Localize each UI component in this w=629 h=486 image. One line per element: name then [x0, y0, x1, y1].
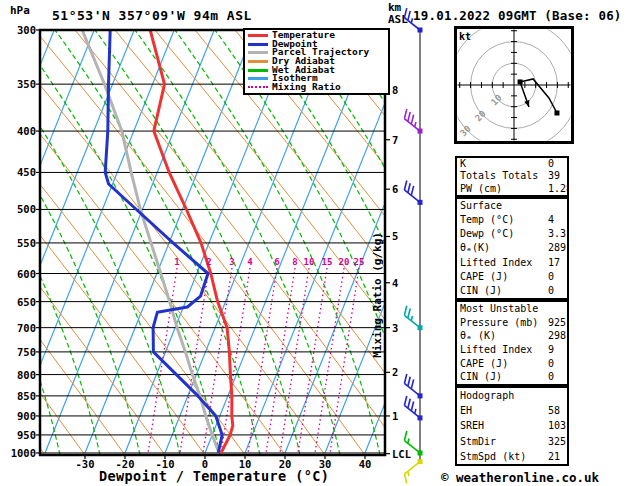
indices-row-label: θₑ(K) [460, 241, 548, 255]
pressure-tick-label: 400 [5, 125, 36, 137]
indices-row: SREH103 [457, 418, 567, 433]
pressure-axis-unit: hPa [10, 4, 30, 17]
legend-item: Temperature [248, 31, 388, 40]
mixing-ratio-value-label: 25 [351, 257, 367, 267]
indices-row-label: Dewp (°C) [460, 227, 548, 241]
altitude-axis-unit: km ASL [388, 2, 408, 26]
temperature-axis-label: Dewpoint / Temperature (°C) [99, 468, 329, 484]
indices-row-label: EH [460, 403, 548, 418]
temperature-tick-label: 10 [227, 458, 263, 470]
indices-row-label: Temp (°C) [460, 213, 548, 227]
indices-row: CAPE (J)0 [457, 357, 567, 371]
pressure-tick-label: 900 [5, 410, 36, 422]
indices-row: Dewp (°C)3.3 [457, 227, 567, 241]
indices-row-value: 1.28 [548, 183, 569, 195]
indices-row: Temp (°C)4 [457, 213, 567, 227]
indices-row-value: 3.3 [548, 227, 566, 241]
pressure-tick-label: 650 [5, 296, 36, 308]
mixing-ratio-axis-label: Mixing Ratio (g/kg) [371, 232, 384, 358]
wind-barb-column [404, 8, 422, 483]
indices-row-label: Pressure (mb) [460, 316, 548, 330]
indices-row-label: CIN (J) [460, 284, 548, 298]
indices-row-value: 17 [548, 256, 560, 270]
indices-row-value: 325° [548, 434, 569, 449]
indices-box: Most UnstablePressure (mb)925θₑ (K)298Li… [455, 300, 569, 386]
mixing-ratio-value-label: 20 [336, 257, 352, 267]
wind-barb [404, 459, 422, 483]
indices-row: θₑ(K)289 [457, 241, 567, 255]
mixing-ratio-value-label: 1 [169, 257, 185, 267]
altitude-tick-label: 8 [392, 84, 398, 96]
pressure-tick-label: 500 [5, 203, 36, 215]
indices-row-label: Lifted Index [460, 343, 548, 357]
pressure-tick-label: 950 [5, 429, 36, 441]
pressure-tick-label: 550 [5, 237, 36, 249]
indices-row: θₑ (K)298 [457, 329, 567, 343]
legend-swatch-solid [248, 51, 268, 54]
indices-box-header: Hodograph [457, 388, 567, 403]
pressure-tick-label: 850 [5, 390, 36, 402]
indices-row: CIN (J)0 [457, 370, 567, 384]
altitude-tick-label: LCL [392, 448, 411, 460]
indices-box-header: Surface [457, 199, 567, 213]
altitude-tick-label: 6 [392, 183, 398, 195]
temperature-tick-label: -10 [147, 458, 183, 470]
indices-row: EH58 [457, 403, 567, 418]
altitude-tick-label: 2 [392, 366, 398, 378]
indices-row: StmDir325° [457, 434, 567, 449]
indices-row: StmSpd (kt)21 [457, 449, 567, 464]
indices-row: Lifted Index9 [457, 343, 567, 357]
indices-box-header: Most Unstable [457, 302, 567, 316]
indices-row: CIN (J)0 [457, 284, 567, 298]
indices-row: Lifted Index17 [457, 256, 567, 270]
altitude-tick-label: 3 [392, 322, 398, 334]
run-date: 19.01.2022 09GMT (Base: 06) [413, 8, 622, 23]
indices-row-label: PW (cm) [460, 183, 548, 195]
skewt-app: hPa 51°53'N 357°09'W 94m ASL km ASL 19.0… [0, 0, 629, 486]
temperature-tick-label: 40 [347, 458, 383, 470]
legend-item: Mixing Ratio [248, 83, 388, 92]
indices-row-value: 21 [548, 449, 560, 464]
indices-row-value: 9 [548, 343, 554, 357]
pressure-tick-label: 700 [5, 322, 36, 334]
legend-label: Mixing Ratio [272, 83, 341, 92]
indices-row-value: 0 [548, 284, 554, 298]
indices-row-value: 0 [548, 357, 554, 371]
indices-row-label: K [460, 158, 548, 170]
indices-row-value: 289 [548, 241, 566, 255]
indices-row: PW (cm)1.28 [457, 183, 567, 195]
temperature-tick-label: 30 [307, 458, 343, 470]
indices-row-label: CIN (J) [460, 370, 548, 384]
mixing-ratio-value-label: 6 [269, 257, 285, 267]
mixing-ratio-value-label: 3 [224, 257, 240, 267]
indices-box: SurfaceTemp (°C)4Dewp (°C)3.3θₑ(K)289Lif… [455, 197, 569, 300]
indices-row-label: CAPE (J) [460, 270, 548, 284]
indices-row-value: 925 [548, 316, 566, 330]
pressure-tick-label: 1000 [5, 447, 36, 459]
legend: TemperatureDewpointParcel TrajectoryDry … [243, 28, 390, 95]
indices-row: Totals Totals39 [457, 170, 567, 182]
indices-row-value: 298 [548, 329, 566, 343]
indices-box: K0Totals Totals39PW (cm)1.28 [455, 156, 569, 197]
indices-row-label: StmSpd (kt) [460, 449, 548, 464]
legend-item: Wet Adiabat [248, 66, 388, 75]
legend-swatch-solid [248, 43, 268, 46]
temperature-tick-label: 0 [187, 458, 223, 470]
indices-row-label: Totals Totals [460, 170, 548, 182]
pressure-tick-label: 800 [5, 369, 36, 381]
indices-row-value: 58 [548, 403, 560, 418]
indices-row-value: 0 [548, 270, 554, 284]
indices-box: HodographEH58SREH103StmDir325°StmSpd (kt… [455, 386, 569, 466]
indices-row-value: 103 [548, 418, 566, 433]
pressure-tick-label: 600 [5, 268, 36, 280]
legend-swatch-solid [248, 60, 268, 63]
indices-row-label: StmDir [460, 434, 548, 449]
mixing-ratio-value-label: 15 [319, 257, 335, 267]
legend-swatch-dotted [248, 86, 268, 88]
copyright: © weatheronline.co.uk [441, 470, 599, 485]
indices-row: Pressure (mb)925 [457, 316, 567, 330]
temperature-tick-label: -20 [107, 458, 143, 470]
legend-swatch-solid [248, 34, 268, 37]
altitude-tick-label: 4 [392, 277, 398, 289]
temperature-tick-label: 20 [267, 458, 303, 470]
